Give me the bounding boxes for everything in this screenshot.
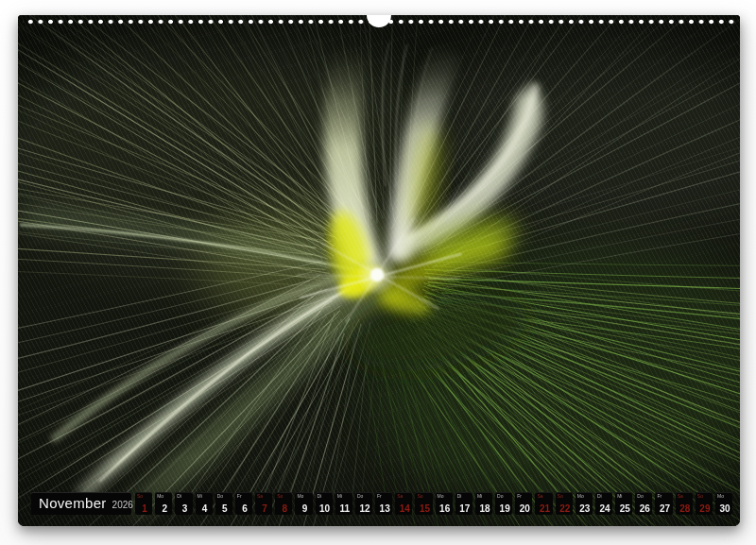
day-cell: Sa 14 [395,492,412,515]
weekday-label: Mi [337,493,342,499]
day-cell: Di 10 [316,492,333,515]
day-cell: Do 5 [215,492,232,515]
day-number: 10 [316,503,333,514]
day-cell: Di 3 [175,492,192,515]
day-number: 12 [355,503,372,514]
day-cell: Mo 23 [576,492,593,515]
year-label: 2026 [112,500,133,510]
weekday-label: Mo [297,493,303,499]
day-cell: So 29 [696,492,713,515]
calendar-page: November 2026 So 1 Mo 2 Di 3 [18,15,740,526]
day-number: 11 [335,503,352,514]
day-number: 1 [135,503,152,514]
weekday-label: Sa [678,493,683,499]
weekday-label: Sa [397,493,403,499]
day-number: 24 [595,503,612,514]
day-cell: Mo 9 [295,492,312,515]
day-cell: Mi 18 [475,492,492,515]
day-number: 30 [715,503,732,514]
day-number: 20 [515,503,532,514]
weekday-label: Mo [577,493,584,499]
day-number: 21 [535,503,552,514]
day-number: 29 [696,503,713,514]
weekday-label: Fr [377,493,382,499]
weekday-label: Fr [517,493,522,499]
weekday-label: Mi [617,493,622,499]
day-number: 22 [556,503,573,514]
weekday-label: So [277,493,283,499]
day-cell: Di 17 [455,492,472,515]
day-number: 18 [475,503,492,514]
day-number: 5 [215,503,232,514]
day-number: 23 [576,503,593,514]
weekday-label: Mi [198,493,202,499]
day-cell: Fr 13 [375,492,392,515]
weekday-label: Do [357,493,363,499]
product-photo: November 2026 So 1 Mo 2 Di 3 [0,0,756,545]
day-number: 19 [495,503,512,514]
day-number: 4 [196,503,213,514]
date-strip: So 1 Mo 2 Di 3 Mi 4 [135,492,732,515]
day-number: 9 [295,503,312,514]
day-cell: Di 24 [595,492,612,515]
weekday-label: Sa [537,493,542,499]
day-cell: Sa 21 [535,492,552,515]
weekday-label: Di [177,493,181,499]
day-number: 17 [455,503,472,514]
weekday-label: Do [497,493,503,499]
day-number: 28 [676,503,693,514]
day-cell: Do 19 [495,492,512,515]
day-cell: Do 26 [635,492,652,515]
weekday-label: So [558,493,563,499]
day-number: 6 [235,503,252,514]
day-number: 16 [436,503,453,514]
day-number: 7 [255,503,272,514]
day-number: 3 [175,503,192,514]
weekday-label: Fr [237,493,242,499]
weekday-label: Mi [477,493,482,499]
day-cell: Fr 6 [235,492,252,515]
weekday-label: Do [217,493,223,499]
day-cell: Sa 28 [676,492,693,515]
weekday-label: Do [637,493,643,499]
day-number: 13 [375,503,392,514]
month-name: November [39,492,107,514]
weekday-label: So [697,493,703,499]
weekday-label: So [417,493,422,499]
day-number: 15 [415,503,432,514]
day-cell: Fr 20 [515,492,532,515]
day-cell: Fr 27 [655,492,672,515]
day-cell: So 15 [415,492,432,515]
day-cell: So 22 [556,492,573,515]
weekday-label: Di [457,493,462,499]
weekday-label: Di [597,493,602,499]
day-number: 8 [275,503,292,514]
day-number: 2 [155,503,172,514]
day-cell: Mo 30 [715,492,732,515]
day-cell: Mi 4 [196,492,213,515]
day-cell: Mo 2 [155,492,172,515]
weekday-label: Sa [257,493,263,499]
weekday-label: Fr [657,493,662,499]
day-cell: So 8 [275,492,292,515]
calendar-artwork [18,15,740,526]
day-number: 26 [635,503,652,514]
day-number: 27 [655,503,672,514]
day-cell: Do 12 [355,492,372,515]
day-cell: Sa 7 [255,492,272,515]
day-cell: Mi 11 [335,492,352,515]
day-number: 14 [395,503,412,514]
day-cell: Mi 25 [615,492,632,515]
day-number: 25 [615,503,632,514]
weekday-label: Di [318,493,322,499]
day-cell: Mo 16 [436,492,453,515]
day-cell: So 1 [135,492,152,515]
weekday-label: Mo [157,493,163,499]
weekday-label: Mo [717,493,724,499]
weekday-label: So [137,493,143,499]
month-label: November 2026 [31,492,131,515]
weekday-label: Mo [438,493,444,499]
